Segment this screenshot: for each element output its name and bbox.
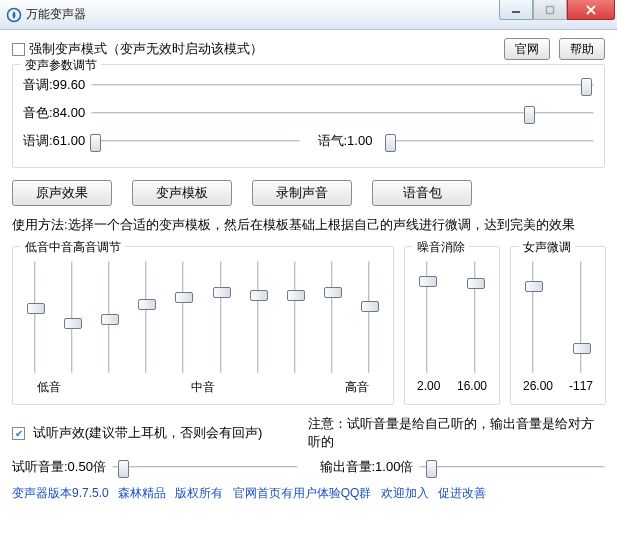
test-volume-slider[interactable] — [112, 457, 298, 477]
voice-params-title: 变声参数调节 — [21, 57, 101, 74]
force-mode-label: 强制变声模式（变声无效时启动该模式） — [29, 40, 498, 58]
footer-copyright: 版权所有 — [175, 486, 223, 500]
footer: 变声器版本9.7.5.0 森林精品 版权所有 官网首页有用户体验QQ群 欢迎加入… — [12, 485, 605, 502]
noise-slider-0[interactable] — [417, 261, 439, 373]
eq-slider-7[interactable] — [285, 261, 307, 373]
timbre-label: 音色:84.00 — [23, 104, 91, 122]
tone-label: 语气:1.00 — [318, 132, 386, 150]
help-button[interactable]: 帮助 — [559, 38, 605, 60]
pitch-slider[interactable] — [91, 75, 594, 95]
eq-slider-8[interactable] — [322, 261, 344, 373]
eq-slider-3[interactable] — [136, 261, 158, 373]
voice-templates-button[interactable]: 变声模板 — [132, 180, 232, 206]
output-volume-slider[interactable] — [419, 457, 605, 477]
female-slider-1[interactable] — [571, 261, 593, 373]
noise-cancel-group: 噪音消除 2.00 16.00 — [404, 246, 500, 405]
minimize-button[interactable] — [499, 0, 533, 20]
window-title: 万能变声器 — [26, 6, 86, 23]
noise-slider-1[interactable] — [465, 261, 487, 373]
original-sound-button[interactable]: 原声效果 — [12, 180, 112, 206]
test-volume-label: 试听音量:0.50倍 — [12, 458, 106, 476]
app-icon — [6, 7, 22, 23]
usage-text: 使用方法:选择一个合适的变声模板，然后在模板基础上根据自己的声线进行微调，达到完… — [12, 216, 605, 234]
force-mode-checkbox[interactable] — [12, 43, 25, 56]
footer-improve: 促进改善 — [438, 486, 486, 500]
official-site-button[interactable]: 官网 — [504, 38, 550, 60]
record-button[interactable]: 录制声音 — [252, 180, 352, 206]
listen-checkbox[interactable]: ✔ — [12, 427, 25, 440]
window-buttons — [499, 0, 615, 20]
noise-val-a: 2.00 — [417, 379, 440, 393]
eq-slider-4[interactable] — [173, 261, 195, 373]
female-voice-title: 女声微调 — [519, 239, 575, 256]
intonation-slider[interactable] — [91, 131, 300, 151]
eq-slider-1[interactable] — [62, 261, 84, 373]
title-bar: 万能变声器 — [0, 0, 617, 30]
female-val-a: 26.00 — [523, 379, 553, 393]
eq-mid-label: 中音 — [191, 379, 215, 396]
voice-params-group: 变声参数调节 音调:99.60 音色:84.00 语调:61.00 语气:1.0… — [12, 64, 605, 168]
footer-brand: 森林精品 — [118, 486, 166, 500]
timbre-slider[interactable] — [91, 103, 594, 123]
maximize-button[interactable] — [533, 0, 567, 20]
noise-cancel-title: 噪音消除 — [413, 239, 469, 256]
listen-note: 注意：试听音量是给自己听的，输出音量是给对方听的 — [308, 415, 605, 451]
equalizer-group: 低音中音高音调节 低音 中音 高音 — [12, 246, 394, 405]
eq-slider-5[interactable] — [211, 261, 233, 373]
output-volume-label: 输出音量:1.00倍 — [320, 458, 414, 476]
female-slider-0[interactable] — [523, 261, 545, 373]
listen-label: 试听声效(建议带上耳机，否则会有回声) — [33, 425, 263, 440]
intonation-label: 语调:61.00 — [23, 132, 91, 150]
eq-slider-6[interactable] — [248, 261, 270, 373]
footer-join: 欢迎加入 — [381, 486, 429, 500]
voice-pack-button[interactable]: 语音包 — [372, 180, 472, 206]
female-voice-group: 女声微调 26.00 -117 — [510, 246, 606, 405]
close-button[interactable] — [567, 0, 615, 20]
tone-slider[interactable] — [386, 131, 595, 151]
eq-low-label: 低音 — [37, 379, 61, 396]
eq-slider-0[interactable] — [25, 261, 47, 373]
svg-rect-2 — [547, 6, 554, 13]
noise-val-b: 16.00 — [457, 379, 487, 393]
female-val-b: -117 — [569, 379, 593, 393]
eq-high-label: 高音 — [345, 379, 369, 396]
footer-version: 变声器版本9.7.5.0 — [12, 486, 109, 500]
eq-slider-9[interactable] — [359, 261, 381, 373]
equalizer-title: 低音中音高音调节 — [21, 239, 125, 256]
pitch-label: 音调:99.60 — [23, 76, 91, 94]
eq-slider-2[interactable] — [99, 261, 121, 373]
footer-qq: 官网首页有用户体验QQ群 — [233, 486, 372, 500]
